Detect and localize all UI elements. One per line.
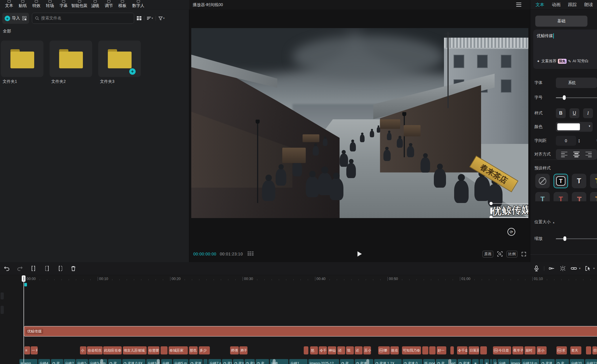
- video-clip[interactable]: 变: [256, 359, 269, 364]
- subtitle-clip[interactable]: Aa哪: [378, 346, 390, 354]
- preset-style-none[interactable]: [535, 174, 550, 188]
- ratio-button[interactable]: 比例: [507, 251, 517, 257]
- subtitle-clip[interactable]: 怒: [310, 346, 318, 354]
- font-select[interactable]: 系统: [556, 78, 597, 88]
- video-clip[interactable]: 分镜20.: [570, 359, 584, 364]
- subtitle-clip[interactable]: 苏小: [537, 346, 547, 354]
- position-size-section[interactable]: 位置大小▴: [534, 220, 554, 225]
- preset-style-t-orange[interactable]: T: [590, 192, 597, 201]
- template-grid-icon[interactable]: [22, 16, 27, 21]
- tab-text[interactable]: 文本: [536, 2, 544, 8]
- menu-item-转场[interactable]: 转场: [43, 2, 57, 8]
- subtitle-clip[interactable]: ≡: [24, 346, 30, 354]
- subtitle-clip[interactable]: 还: [337, 346, 345, 354]
- transition-fx-clip[interactable]: ✳: [472, 359, 479, 364]
- tab-basic[interactable]: 基础: [535, 16, 587, 27]
- menu-item-模板[interactable]: 模板: [116, 2, 129, 8]
- subtitle-clip[interactable]: [450, 346, 454, 354]
- subtitle-clip[interactable]: 届时: [525, 346, 536, 354]
- color-picker[interactable]: ▾: [556, 122, 593, 132]
- subtitle-clip[interactable]: 多少: [199, 346, 210, 354]
- video-clip[interactable]: 分镜3-1.m: [89, 359, 107, 364]
- play-button[interactable]: [358, 251, 362, 257]
- video-clip[interactable]: jimeng-2025-12: [308, 359, 339, 364]
- video-clip[interactable]: 变速: [458, 359, 471, 364]
- menu-item-特效[interactable]: 特效: [30, 2, 43, 8]
- playhead-pin[interactable]: [24, 283, 27, 286]
- subtitle-clip[interactable]: 你需要: [148, 346, 159, 354]
- menu-item-字幕[interactable]: 字幕: [57, 2, 70, 8]
- add-badge-icon[interactable]: +: [129, 68, 136, 75]
- subtitle-clip[interactable]: 还: [355, 346, 363, 354]
- transition-marker[interactable]: [273, 359, 276, 364]
- italic-button[interactable]: I: [583, 108, 593, 118]
- record-voiceover-icon[interactable]: [533, 265, 540, 272]
- undo-icon[interactable]: [3, 265, 10, 272]
- menu-item-贴纸[interactable]: 贴纸: [16, 2, 30, 8]
- subtitle-clip[interactable]: 师傅: [230, 346, 239, 354]
- transition-marker[interactable]: [100, 359, 103, 364]
- align-center-icon[interactable]: [573, 152, 580, 157]
- bold-button[interactable]: B: [556, 108, 566, 118]
- video-clip[interactable]: 分镜2: [64, 359, 75, 364]
- subtitle-clip[interactable]: 此劫应在奉: [103, 346, 122, 354]
- video-clip[interactable]: jimeng: [510, 359, 520, 364]
- video-clip[interactable]: 分镜: [161, 359, 172, 364]
- folder-card[interactable]: +文件夹3: [98, 41, 141, 77]
- preset-style-t-maroon[interactable]: T: [572, 192, 586, 201]
- video-clip[interactable]: 分镜2-: [76, 359, 88, 364]
- frame-grid-icon[interactable]: [247, 251, 254, 257]
- transition-marker[interactable]: [366, 359, 369, 364]
- ai-narration-button[interactable]: AI 写旁白: [573, 58, 589, 64]
- folder-card[interactable]: 文件夹1: [1, 41, 43, 77]
- hamburger-menu-icon[interactable]: [516, 3, 521, 7]
- text-track-clip[interactable]: 优鲸传媒: [24, 326, 597, 336]
- video-clip[interactable]: 变速: [540, 359, 555, 364]
- sort-icon[interactable]: ▾: [147, 17, 153, 20]
- menu-item-智能包装[interactable]: 智能包装: [70, 2, 88, 8]
- subtitle-clip[interactable]: 小: [80, 346, 86, 354]
- transition-marker[interactable]: [157, 359, 160, 364]
- video-clip[interactable]: 分: [493, 359, 497, 364]
- preview-axis-icon[interactable]: [559, 265, 566, 272]
- grid-view-icon[interactable]: [137, 16, 141, 20]
- video-preview[interactable]: 春来茶店 优鲸传媒: [191, 28, 528, 218]
- video-clip[interactable]: 变速: [245, 359, 255, 364]
- tab-animation[interactable]: 动画: [552, 2, 560, 8]
- snap-icon[interactable]: [548, 265, 555, 272]
- video-clip[interactable]: [480, 359, 483, 364]
- preset-style-t-white[interactable]: T: [572, 174, 586, 188]
- link-icon[interactable]: [570, 265, 577, 272]
- video-clip[interactable]: 变: [556, 359, 569, 364]
- subtitle-clip[interactable]: 弟子: [239, 346, 247, 354]
- import-button[interactable]: + 导入: [2, 13, 29, 24]
- subtitle-clip[interactable]: 你命犯生: [87, 346, 103, 354]
- zoom-fit-icon[interactable]: [497, 251, 503, 257]
- video-clip[interactable]: 变: [436, 359, 449, 364]
- preset-style-t-yellow[interactable]: T: [590, 174, 597, 188]
- delete-icon[interactable]: [70, 265, 77, 272]
- subtitle-clip[interactable]: Aa今日是: [493, 346, 511, 354]
- subtitle-clip[interactable]: [429, 346, 436, 354]
- subtitle-clip[interactable]: 夜半子: [512, 346, 523, 354]
- filter-icon[interactable]: ▾: [159, 17, 165, 20]
- video-clip[interactable]: 抵.mp4: [423, 359, 435, 364]
- video-clip[interactable]: 变: [51, 359, 63, 364]
- subtitle-clip[interactable]: 令千金: [457, 346, 467, 354]
- spacing-stepper[interactable]: ▴▾: [578, 138, 580, 143]
- copy-recommend-button[interactable]: 文案推荐: [541, 58, 556, 64]
- subtitle-clip[interactable]: 好一: [437, 346, 446, 354]
- text-overlay[interactable]: 优鲸传媒: [492, 203, 528, 218]
- subtitle-clip[interactable]: [586, 346, 591, 354]
- subtitle-clip[interactable]: 但: [592, 346, 597, 354]
- align-right-icon[interactable]: [585, 152, 592, 157]
- preset-style-t-boxed[interactable]: T: [554, 174, 568, 188]
- video-clip[interactable]: 变: [108, 359, 121, 364]
- video-clip[interactable]: 分镜1: [289, 359, 307, 364]
- timeline-ruler[interactable]: 00:0000:1000:2000:3000:4000:5001:0001:10: [0, 275, 597, 283]
- redo-icon[interactable]: [16, 265, 23, 272]
- video-clip[interactable]: 分镜4: [38, 359, 50, 364]
- menu-item-滤镜[interactable]: 滤镜: [88, 2, 102, 8]
- font-size-slider[interactable]: [556, 95, 596, 100]
- subtitle-clip[interactable]: Aa求: [556, 346, 567, 354]
